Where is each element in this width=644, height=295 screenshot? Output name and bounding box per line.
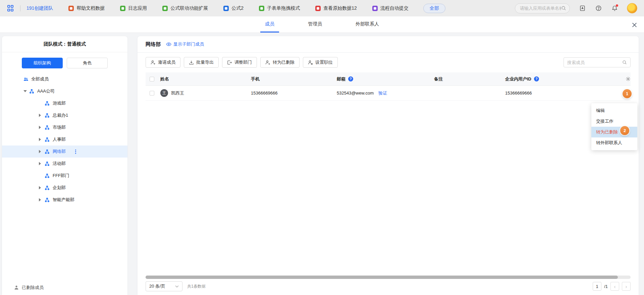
tab-admins[interactable]: 管理员 — [303, 16, 327, 33]
app-tab[interactable]: 日志应用 — [120, 5, 147, 11]
tree-item-label: 企划部 — [53, 185, 66, 191]
tree-item-label: 活动部 — [53, 161, 66, 167]
role-button[interactable]: 角色 — [67, 58, 108, 68]
prev-page-button[interactable]: ‹ — [610, 282, 619, 291]
chevron-right-icon[interactable] — [39, 162, 45, 165]
chevron-right-icon[interactable] — [39, 186, 45, 189]
chevron-down-icon[interactable] — [23, 90, 30, 92]
people-icon — [23, 77, 28, 81]
help-question-icon[interactable]: ? — [534, 76, 539, 81]
chevron-right-icon[interactable] — [39, 126, 45, 129]
move-to-deleted-button[interactable]: 转为已删除 — [260, 57, 300, 68]
next-page-button[interactable]: › — [622, 282, 631, 291]
app-tab[interactable]: 公式2 — [223, 5, 244, 11]
app-tab[interactable]: 查看原始数据12 — [315, 5, 357, 11]
table-footer: 20 条/页 共1条数据 1 /1 ‹ › — [138, 276, 639, 295]
app-icon — [259, 6, 264, 11]
workspace-name[interactable]: 191创建团队 — [26, 5, 53, 11]
batch-export-button[interactable]: 批量导出 — [184, 57, 219, 68]
app-tab-label: 查看原始数据12 — [323, 5, 357, 11]
member-phone: 15366669666 — [251, 91, 337, 96]
global-search-input[interactable] — [520, 6, 561, 11]
table-header-row: 姓名 手机 邮箱 ? 备注 企业内用户ID ? — [146, 72, 631, 86]
person-icon — [14, 285, 19, 290]
header-user-id: 企业内用户ID — [505, 76, 531, 82]
tree-item[interactable]: 智能产能部 — [2, 194, 127, 206]
tree-item-all-members[interactable]: 全部成员 — [2, 73, 127, 85]
eye-icon — [166, 42, 171, 46]
select-all-checkbox[interactable] — [150, 77, 154, 81]
global-search[interactable] — [515, 3, 570, 13]
app-tab[interactable]: 流程自动提交 — [372, 5, 409, 11]
menu-item-move-to-deleted[interactable]: 转为已删除 — [591, 127, 637, 137]
avatar[interactable] — [627, 3, 637, 13]
tree-item[interactable]: FFF部门 — [2, 170, 127, 182]
tab-external-contacts[interactable]: 外部联系人 — [351, 16, 384, 33]
total-count-label: 共1条数据 — [187, 284, 206, 289]
pagination: 1 /1 ‹ › — [593, 282, 631, 291]
filter-all-pill[interactable]: 全部 — [423, 4, 445, 13]
apps-grid-icon[interactable] — [7, 5, 14, 12]
column-settings-gear-icon[interactable] — [626, 76, 631, 81]
chevron-right-icon[interactable] — [39, 138, 45, 141]
app-tab[interactable]: 子表单拖拽模式 — [259, 5, 300, 11]
show-sub-department-link[interactable]: 显示子部门成员 — [166, 41, 204, 47]
tree-item-label: 总裁办1 — [53, 112, 68, 118]
app-tab[interactable]: 公式联动功能扩展 — [162, 5, 208, 11]
org-icon — [45, 173, 50, 178]
table-row[interactable]: 王 凯西王 15366669666 532543@wew.com 验证 1536… — [146, 86, 631, 101]
app-tab-label: 公式联动功能扩展 — [170, 5, 208, 11]
app-tab-label: 帮助文档数据 — [76, 5, 105, 11]
org-icon — [45, 161, 50, 166]
tree-item[interactable]: 活动部 — [2, 158, 127, 170]
member-nav-tabs: 成员 管理员 外部联系人 — [0, 16, 644, 33]
page-size-select[interactable]: 20 条/页 — [146, 281, 182, 291]
horizontal-scrollbar[interactable] — [146, 276, 631, 279]
row-checkbox[interactable] — [150, 91, 154, 96]
app-tabs: 帮助文档数据 日志应用 公式联动功能扩展 公式2 子表单拖拽模式 查看原始数据1… — [68, 5, 408, 11]
app-tab[interactable]: 帮助文档数据 — [68, 5, 105, 11]
scrollbar-thumb[interactable] — [146, 276, 618, 279]
tree-item-selected[interactable]: 网络部 — [2, 145, 127, 158]
header-phone: 手机 — [251, 76, 337, 82]
tree-item-label: 市场部 — [53, 124, 66, 130]
current-page-box[interactable]: 1 — [593, 282, 601, 291]
tree-item[interactable]: AAA公司 — [2, 85, 127, 97]
org-icon — [45, 149, 50, 154]
set-position-button[interactable]: 设置职位 — [303, 57, 338, 68]
tree-item[interactable]: 总裁办1 — [2, 109, 127, 121]
member-search-input[interactable] — [567, 60, 622, 65]
menu-item-to-external-contact[interactable]: 转外部联系人 — [591, 137, 637, 148]
help-question-icon[interactable]: ? — [348, 76, 353, 81]
org-icon — [45, 101, 50, 106]
chevron-right-icon[interactable] — [39, 198, 45, 201]
app-tab-label: 公式2 — [231, 5, 244, 11]
tree-item[interactable]: 市场部 — [2, 121, 127, 133]
annotation-badge-2: 2 — [620, 126, 629, 135]
adjust-department-button[interactable]: 调整部门 — [222, 57, 257, 68]
tab-members[interactable]: 成员 — [260, 16, 279, 33]
chevron-right-icon[interactable] — [39, 150, 45, 153]
app-icon — [68, 6, 74, 11]
tree-item[interactable]: 企划部 — [2, 182, 127, 194]
org-icon — [45, 185, 50, 190]
invite-member-button[interactable]: 邀请成员 — [146, 57, 180, 68]
more-actions-icon[interactable] — [75, 150, 76, 154]
bell-icon[interactable] — [611, 5, 618, 12]
app-tab-label: 子表单拖拽模式 — [267, 5, 300, 11]
topbar: 191创建团队 帮助文档数据 日志应用 公式联动功能扩展 公式2 子表单拖拽模式 — [0, 0, 644, 16]
menu-item-edit[interactable]: 编辑 — [591, 105, 637, 116]
member-search[interactable] — [564, 57, 631, 67]
tree-item[interactable]: 人事部 — [2, 133, 127, 145]
chevron-right-icon[interactable] — [39, 114, 45, 117]
org-icon — [45, 113, 50, 118]
org-structure-button[interactable]: 组织架构 — [22, 58, 63, 68]
menu-item-handover[interactable]: 交接工作 — [591, 116, 637, 127]
tree-item[interactable]: 游戏部 — [2, 97, 127, 109]
contacts-icon[interactable] — [579, 5, 586, 12]
help-icon[interactable] — [595, 5, 602, 12]
deleted-members-link[interactable]: 已删除成员 — [14, 285, 44, 291]
search-icon — [561, 6, 566, 11]
verify-email-link[interactable]: 验证 — [378, 90, 387, 96]
close-icon[interactable] — [631, 21, 638, 28]
